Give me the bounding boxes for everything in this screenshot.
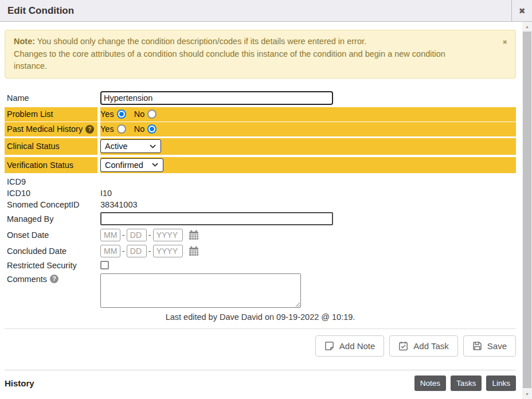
problem-list-yes-radio[interactable]: [117, 109, 126, 119]
date-separator: -: [122, 247, 125, 256]
name-input[interactable]: [100, 91, 333, 105]
snomed-row: Snomed ConceptID 38341003: [5, 199, 516, 211]
dialog-close-button[interactable]: ✖: [511, 0, 532, 21]
history-notes-button[interactable]: Notes: [414, 375, 446, 391]
pmh-no-radio[interactable]: [147, 124, 157, 134]
past-medical-history-label: Past Medical History: [7, 124, 83, 134]
history-tasks-button[interactable]: Tasks: [451, 375, 482, 391]
clinical-status-row: Clinical Status Active: [5, 138, 516, 155]
restricted-security-label: Restricted Security: [5, 260, 97, 271]
dialog-title: Edit Condition: [0, 0, 511, 21]
history-links-button[interactable]: Links: [486, 375, 516, 391]
snomed-value: 38341003: [100, 199, 516, 211]
restricted-security-row: Restricted Security: [5, 260, 516, 271]
icd10-row: ICD10 I10: [5, 187, 516, 199]
past-medical-history-row: Past Medical History ? Yes No: [5, 122, 516, 136]
icd9-row: ICD9: [5, 176, 516, 187]
name-row: Name: [5, 91, 516, 105]
snomed-label: Snomed ConceptID: [5, 199, 97, 211]
concluded-date-label: Concluded Date: [5, 244, 97, 259]
managed-by-label: Managed By: [5, 212, 97, 226]
onset-date-label: Onset Date: [5, 228, 97, 242]
problem-list-yes-label: Yes: [100, 109, 114, 119]
managed-by-row: Managed By: [5, 212, 516, 226]
onset-date-row: Onset Date - -: [5, 228, 516, 242]
scrollbar: ▲ ▼: [522, 22, 532, 399]
verification-status-row: Verification Status Confirmed: [5, 157, 516, 173]
add-note-button[interactable]: Add Note: [315, 335, 385, 357]
icd9-value: [100, 176, 516, 187]
clinical-status-select[interactable]: Active: [100, 139, 161, 153]
chevron-down-icon: [150, 144, 156, 148]
managed-by-input[interactable]: [100, 212, 333, 225]
comments-row: Comments ?: [5, 273, 516, 308]
calendar-check-icon: [398, 341, 408, 351]
verification-status-label: Verification Status: [5, 157, 97, 173]
dialog-body: Note: You should only change the conditi…: [0, 22, 522, 399]
note-dismiss-icon[interactable]: ✖: [503, 36, 507, 49]
icd9-label: ICD9: [5, 176, 97, 187]
scrollbar-thumb[interactable]: [523, 32, 531, 388]
close-icon: ✖: [519, 6, 526, 15]
save-button[interactable]: Save: [463, 335, 516, 357]
concluded-date-row: Concluded Date - -: [5, 244, 516, 259]
concluded-year-input[interactable]: [153, 245, 183, 257]
chevron-down-icon: [152, 163, 158, 167]
icd10-label: ICD10: [5, 187, 97, 199]
concluded-day-input[interactable]: [127, 245, 147, 257]
note-icon: [324, 341, 334, 351]
history-section: History Notes Tasks Links: [5, 370, 516, 391]
date-separator: -: [122, 230, 125, 240]
restricted-security-checkbox[interactable]: [100, 261, 109, 269]
verification-status-value: Confirmed: [105, 161, 143, 170]
icd10-value: I10: [100, 187, 516, 199]
concluded-month-input[interactable]: [100, 245, 120, 257]
divider: [5, 328, 516, 329]
name-label: Name: [5, 91, 97, 105]
date-separator: -: [148, 247, 151, 256]
save-icon: [472, 341, 482, 351]
problem-list-row: Problem List Yes No: [5, 107, 516, 122]
note-line-2: Changes to the core attributes of a cond…: [14, 48, 458, 73]
note-line-1: Note: You should only change the conditi…: [14, 36, 458, 48]
help-icon[interactable]: ?: [85, 125, 94, 134]
last-edited-text: Last edited by Dave David on 09-19-2022 …: [5, 312, 516, 322]
problem-list-label: Problem List: [5, 107, 97, 122]
note-banner: Note: You should only change the conditi…: [5, 30, 516, 79]
clinical-status-value: Active: [105, 142, 128, 151]
pmh-yes-radio[interactable]: [117, 124, 126, 134]
note-label: Note:: [14, 37, 35, 46]
onset-year-input[interactable]: [153, 229, 183, 241]
onset-day-input[interactable]: [127, 229, 147, 241]
calendar-icon[interactable]: [188, 245, 200, 257]
scrollbar-down-arrow[interactable]: ▼: [522, 389, 532, 399]
verification-status-select[interactable]: Confirmed: [100, 158, 163, 172]
comments-textarea[interactable]: [100, 273, 301, 308]
pmh-yes-label: Yes: [100, 124, 114, 134]
history-title: History: [5, 378, 34, 388]
scrollbar-up-arrow[interactable]: ▲: [522, 22, 532, 32]
action-bar: Add Note Add Task Save: [5, 335, 516, 357]
date-separator: -: [148, 230, 151, 240]
dialog-header: Edit Condition ✖: [0, 0, 532, 22]
clinical-status-label: Clinical Status: [5, 138, 97, 155]
problem-list-no-radio[interactable]: [147, 109, 157, 119]
pmh-no-label: No: [134, 124, 145, 134]
onset-month-input[interactable]: [100, 229, 120, 241]
comments-label: Comments: [7, 275, 47, 284]
help-icon[interactable]: ?: [50, 275, 58, 283]
add-task-button[interactable]: Add Task: [389, 335, 457, 357]
problem-list-no-label: No: [134, 109, 145, 119]
calendar-icon[interactable]: [188, 229, 200, 241]
